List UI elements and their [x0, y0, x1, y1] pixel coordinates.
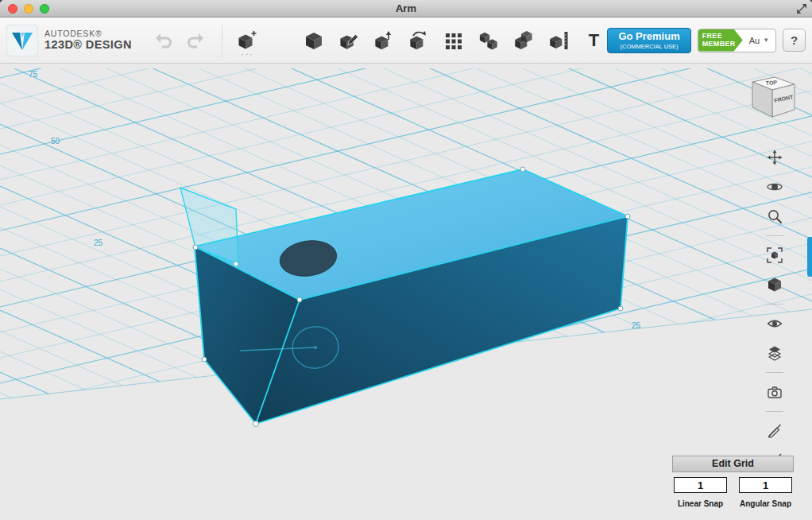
titlebar[interactable]: Arm	[0, 0, 812, 17]
window-title: Arm	[0, 2, 812, 14]
toolbar-divider	[222, 24, 222, 57]
grid-label-75: 75	[29, 70, 37, 79]
grid-label-50: 50	[51, 137, 60, 146]
app-logo-icon	[6, 25, 38, 56]
tool-group: ···	[234, 27, 607, 54]
side-toolbar-divider	[766, 411, 783, 412]
zoom-icon[interactable]	[764, 206, 785, 227]
account-menu[interactable]: FREE MEMBER Au ▼	[698, 29, 776, 52]
pan-icon[interactable]	[764, 147, 785, 168]
view-cube[interactable]: TOP FRONT	[752, 77, 795, 117]
side-toolbar-divider	[766, 304, 783, 305]
brand-autodesk: AUTODESK®	[44, 29, 132, 38]
grouping-tool-icon[interactable]	[475, 27, 502, 54]
edit-grid-button[interactable]: Edit Grid	[672, 456, 794, 472]
edge-scroll-handle[interactable]	[807, 237, 812, 277]
zoom-fit-icon[interactable]	[764, 245, 785, 266]
minimize-button[interactable]	[24, 4, 33, 14]
combine-tool-icon[interactable]	[510, 27, 537, 54]
measure-tool-icon[interactable]	[545, 27, 572, 54]
hide-sketches-icon[interactable]	[764, 421, 785, 441]
construct-tool-icon[interactable]	[370, 27, 397, 54]
primitives-tool-icon[interactable]	[300, 27, 327, 54]
undo-icon[interactable]	[153, 29, 175, 52]
camera-icon[interactable]	[764, 382, 785, 402]
help-button[interactable]: ?	[783, 29, 806, 52]
window-controls	[8, 4, 49, 14]
text-tool-icon[interactable]: T	[580, 27, 607, 54]
brand-123d-design: 123D® DESIGN	[44, 38, 132, 52]
account-name: Au	[749, 36, 760, 45]
scene-canvas[interactable]: TOP FRONT	[0, 64, 812, 520]
free-member-badge: FREE MEMBER	[698, 29, 743, 52]
main-toolbar: AUTODESK® 123D® DESIGN ···	[0, 17, 812, 64]
go-premium-button[interactable]: Go Premium (COMMERCIAL USE)	[607, 28, 690, 53]
brand-text: AUTODESK® 123D® DESIGN	[44, 29, 132, 52]
pattern-tool-icon[interactable]	[440, 27, 467, 54]
grid-label-25-right: 25	[632, 321, 640, 330]
close-button[interactable]	[8, 4, 17, 14]
chevron-down-icon: ▼	[763, 37, 769, 44]
side-toolbar-divider	[766, 235, 783, 236]
svg-text:TOP: TOP	[765, 80, 777, 86]
sketch-tool-icon[interactable]	[335, 27, 362, 54]
tool-dropdown-dots: ···	[234, 51, 261, 59]
redo-icon[interactable]	[184, 29, 207, 52]
maximize-button[interactable]	[40, 4, 49, 14]
linear-snap-input[interactable]	[674, 477, 727, 493]
viewport-3d[interactable]: TOP FRONT 75 50 25 25	[0, 64, 812, 520]
linear-snap-label: Linear Snap	[674, 499, 727, 508]
visibility-eye-icon[interactable]	[764, 313, 785, 334]
sketch-plane[interactable]	[180, 188, 238, 264]
side-toolbar-divider	[766, 372, 783, 373]
resize-icon[interactable]	[796, 3, 807, 14]
modify-tool-icon[interactable]	[405, 27, 432, 54]
transform-tool-icon[interactable]: ···	[234, 27, 261, 54]
materials-icon[interactable]	[764, 343, 785, 363]
angular-snap-label: Angular Snap	[739, 499, 792, 508]
app-window: Arm AUTODESK® 123D® DESIGN	[0, 0, 812, 520]
grid-label-25-left: 25	[94, 239, 102, 247]
orbit-icon[interactable]	[764, 177, 785, 197]
angular-snap-input[interactable]	[739, 477, 792, 493]
navigation-toolbar	[764, 147, 785, 471]
shading-mode-icon[interactable]	[764, 274, 785, 295]
